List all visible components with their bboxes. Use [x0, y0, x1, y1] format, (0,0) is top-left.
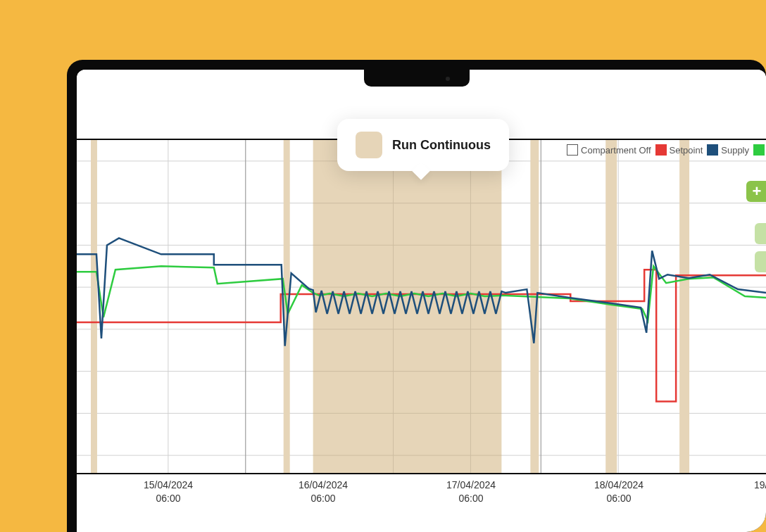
side-tab-1[interactable] [755, 223, 766, 244]
x-tick-date: 19/04 [754, 479, 766, 492]
svg-rect-20 [530, 140, 539, 473]
x-tick-time: 06:00 [299, 492, 348, 505]
x-tick: 17/04/2024 06:00 [446, 479, 496, 505]
device-notch [364, 70, 470, 87]
x-axis: 15/04/2024 06:00 16/04/2024 06:00 17/04/… [77, 474, 766, 517]
x-tick-time: 06:00 [144, 492, 193, 505]
chart-svg [77, 140, 766, 473]
svg-rect-21 [605, 140, 617, 473]
square-icon [753, 144, 765, 156]
side-tab-2[interactable] [755, 251, 766, 272]
svg-rect-17 [91, 140, 97, 473]
x-tick: 16/04/2024 06:00 [299, 479, 348, 505]
legend-compartment-off[interactable]: Compartment Off [567, 144, 651, 156]
x-tick-time: 06:00 [594, 492, 643, 505]
legend-label: Setpoint [670, 145, 703, 156]
tooltip-label: Run Continuous [392, 138, 491, 153]
x-tick-time: 06:00 [446, 492, 496, 505]
device-frame: Compartment Off Setpoint Supply Run Cont… [67, 60, 766, 532]
x-tick-time: 0 [754, 492, 766, 505]
run-continuous-swatch-icon [356, 132, 382, 158]
legend-label: Supply [721, 145, 749, 156]
x-tick: 19/04 0 [754, 479, 766, 505]
chart-legend: Compartment Off Setpoint Supply [567, 143, 766, 157]
plus-icon: + [753, 182, 762, 201]
chart-tooltip: Run Continuous [337, 119, 509, 171]
app-screen: Compartment Off Setpoint Supply Run Cont… [77, 70, 766, 532]
square-icon [567, 144, 578, 156]
x-tick-date: 17/04/2024 [446, 479, 496, 492]
svg-rect-22 [679, 140, 689, 473]
x-tick: 18/04/2024 06:00 [594, 479, 643, 505]
x-tick: 15/04/2024 06:00 [144, 479, 193, 505]
square-icon [707, 144, 718, 156]
x-tick-date: 16/04/2024 [299, 479, 348, 492]
legend-setpoint[interactable]: Setpoint [655, 144, 703, 156]
chart-area[interactable]: Compartment Off Setpoint Supply Run Cont… [77, 140, 766, 474]
x-tick-date: 15/04/2024 [144, 479, 193, 492]
legend-supply[interactable]: Supply [707, 144, 749, 156]
square-icon [655, 144, 667, 156]
add-button[interactable]: + [746, 181, 766, 202]
x-tick-date: 18/04/2024 [594, 479, 643, 492]
legend-label: Compartment Off [581, 145, 651, 156]
